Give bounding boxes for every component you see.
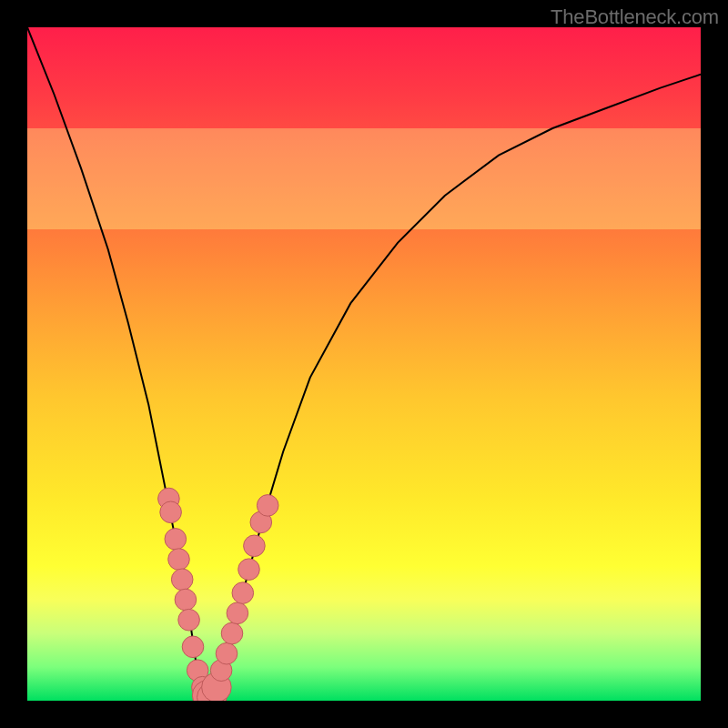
data-marker [257, 495, 278, 517]
data-marker [221, 622, 243, 644]
data-marker [178, 609, 200, 631]
data-marker [227, 602, 248, 624]
bottleneck-curve [27, 27, 701, 701]
data-marker [168, 549, 190, 571]
data-marker [232, 582, 254, 604]
data-marker [175, 589, 197, 611]
data-marker [165, 529, 187, 551]
chart-svg [27, 27, 701, 701]
data-marker [238, 559, 260, 581]
marker-group [158, 488, 278, 701]
data-marker [182, 636, 204, 658]
chart-frame: TheBottleneck.com [0, 0, 728, 728]
data-marker [160, 501, 182, 523]
watermark-label: TheBottleneck.com [551, 5, 719, 29]
data-marker [216, 642, 238, 664]
data-marker [244, 535, 266, 557]
data-marker [171, 569, 193, 591]
plot-area [27, 27, 701, 701]
